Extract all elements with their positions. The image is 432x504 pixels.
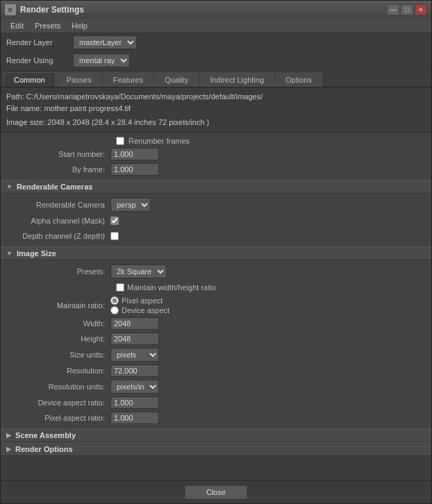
render-using-row: Render Using mental ray <box>1 51 431 71</box>
maintain-width-height-label: Maintain width/height ratio <box>127 283 216 292</box>
device-aspect-radio-row: Device aspect <box>110 306 169 314</box>
frame-section-body: Renumber frames Start number: 1.000 By f… <box>1 133 431 180</box>
render-using-dropdown[interactable]: mental ray <box>73 53 130 67</box>
tab-passes[interactable]: Passes <box>56 72 102 87</box>
height-label: Height: <box>6 335 110 343</box>
renderable-cameras-title: Renderable Cameras <box>17 183 92 191</box>
resolution-units-select-wrapper[interactable]: pixels/inch pixels/cm <box>110 380 159 394</box>
tab-options[interactable]: Options <box>275 72 322 87</box>
window-title: Render Settings <box>20 5 84 15</box>
start-number-label: Start number: <box>6 150 110 158</box>
scene-assembly-arrow: ▶ <box>6 432 11 439</box>
pixel-aspect-ratio-input[interactable] <box>110 412 159 424</box>
render-options-arrow: ▶ <box>6 446 11 453</box>
renderable-camera-select[interactable]: persp <box>110 198 151 212</box>
maximize-button[interactable]: □ <box>401 4 413 15</box>
render-layer-label: Render Layer <box>6 38 69 47</box>
pixel-aspect-radio-label: Pixel aspect <box>122 296 163 305</box>
alpha-channel-checkbox[interactable] <box>110 217 119 225</box>
renumber-frames-row: Renumber frames <box>1 135 431 146</box>
render-using-select[interactable]: mental ray <box>73 53 130 67</box>
maintain-ratio-row: Maintain ratio: Pixel aspect Device aspe… <box>1 295 431 316</box>
size-units-row: Size units: pixels cm inches <box>1 346 431 363</box>
render-options-header[interactable]: ▶ Render Options <box>1 442 431 456</box>
scene-assembly-header[interactable]: ▶ Scene Assembly <box>1 428 431 442</box>
menu-bar: Edit Presets Help <box>1 19 431 33</box>
menu-presets[interactable]: Presets <box>29 20 66 31</box>
image-size-header[interactable]: ▼ Image Size <box>1 246 431 260</box>
scene-assembly-title: Scene Assembly <box>15 431 76 439</box>
title-bar-left: R Render Settings <box>5 4 84 15</box>
minimize-button[interactable]: — <box>387 4 399 15</box>
tab-bar: Common Passes Features Quality Indirect … <box>1 71 431 87</box>
menu-help[interactable]: Help <box>66 20 93 31</box>
image-size-body: Presets: 2k Square Maintain width/height… <box>1 260 431 428</box>
width-input[interactable] <box>110 317 159 330</box>
app-icon: R <box>5 4 16 15</box>
device-aspect-radio-label: Device aspect <box>122 306 169 314</box>
by-frame-label: By frame: <box>6 165 110 174</box>
render-layer-row: Render Layer masterLayer <box>1 33 431 51</box>
resolution-units-select[interactable]: pixels/inch pixels/cm <box>110 380 159 394</box>
depth-channel-checkbox[interactable] <box>110 232 119 240</box>
tab-features[interactable]: Features <box>103 72 153 87</box>
device-aspect-radio[interactable] <box>110 306 119 314</box>
pixel-aspect-ratio-label: Pixel aspect ratio: <box>6 414 110 422</box>
renderable-camera-row: Renderable Camera persp <box>1 196 431 213</box>
scroll-area[interactable]: Renumber frames Start number: 1.000 By f… <box>1 133 431 481</box>
presets-label: Presets: <box>6 267 110 276</box>
alpha-channel-row: Alpha channel (Mask) <box>1 213 431 228</box>
menu-edit[interactable]: Edit <box>5 20 29 31</box>
size-units-label: Size units: <box>6 351 110 359</box>
start-number-input[interactable]: 1.000 <box>110 148 159 160</box>
close-button-bar: Close <box>1 480 431 503</box>
height-input[interactable] <box>110 333 159 345</box>
start-number-row: Start number: 1.000 <box>1 146 431 162</box>
resolution-row: Resolution: <box>1 363 431 378</box>
height-row: Height: <box>1 331 431 346</box>
render-layer-dropdown[interactable]: masterLayer <box>73 35 137 49</box>
path-info: Path: C:/Users/mariapetrovskaya/Document… <box>6 91 426 103</box>
depth-channel-label: Depth channel (Z depth) <box>6 232 110 240</box>
close-button[interactable]: Close <box>185 485 247 499</box>
alpha-channel-label: Alpha channel (Mask) <box>6 217 110 225</box>
renderable-cameras-arrow: ▼ <box>6 183 13 190</box>
device-aspect-ratio-label: Device aspect ratio: <box>6 398 110 407</box>
device-aspect-ratio-input[interactable] <box>110 396 159 409</box>
width-label: Width: <box>6 319 110 328</box>
pixel-aspect-radio-row: Pixel aspect <box>110 296 169 305</box>
by-frame-input[interactable]: 1.000 <box>110 163 159 176</box>
tab-indirect-lighting[interactable]: Indirect Lighting <box>199 72 274 87</box>
image-size-title: Image Size <box>17 249 56 258</box>
renderable-camera-label: Renderable Camera <box>6 201 110 209</box>
resolution-label: Resolution: <box>6 367 110 375</box>
render-using-label: Render Using <box>6 56 69 65</box>
renumber-frames-label: Renumber frames <box>128 137 190 145</box>
renumber-frames-checkbox[interactable] <box>116 137 124 145</box>
maintain-ratio-label: Maintain ratio: <box>6 301 110 310</box>
size-units-select[interactable]: pixels cm inches <box>110 348 159 362</box>
maintain-ratio-group: Pixel aspect Device aspect <box>110 296 169 314</box>
tab-quality[interactable]: Quality <box>154 72 199 87</box>
resolution-input[interactable] <box>110 364 159 377</box>
renderable-cameras-header[interactable]: ▼ Renderable Cameras <box>1 180 431 194</box>
info-section: Path: C:/Users/mariapetrovskaya/Document… <box>1 87 431 133</box>
pixel-aspect-ratio-row: Pixel aspect ratio: <box>1 410 431 426</box>
close-window-button[interactable]: ✕ <box>415 4 427 15</box>
render-options-title: Render Options <box>15 445 73 453</box>
render-layer-select[interactable]: masterLayer <box>73 35 137 49</box>
maintain-width-height-checkbox[interactable] <box>116 283 124 292</box>
content-area: Path: C:/Users/mariapetrovskaya/Document… <box>1 87 431 480</box>
image-size-info: Image size: 2048 x 2048 (28.4 x 28.4 inc… <box>6 117 426 128</box>
renderable-cameras-body: Renderable Camera persp Alpha channel (M… <box>1 194 431 246</box>
presets-select[interactable]: 2k Square <box>110 264 167 278</box>
window-controls: — □ ✕ <box>387 4 427 15</box>
maintain-width-height-row: Maintain width/height ratio <box>1 280 431 295</box>
resolution-units-row: Resolution units: pixels/inch pixels/cm <box>1 378 431 395</box>
size-units-select-wrapper[interactable]: pixels cm inches <box>110 348 159 362</box>
width-row: Width: <box>1 316 431 331</box>
image-size-arrow: ▼ <box>6 250 13 257</box>
tab-common[interactable]: Common <box>3 72 56 87</box>
presets-row: Presets: 2k Square <box>1 263 431 280</box>
pixel-aspect-radio[interactable] <box>110 296 119 305</box>
